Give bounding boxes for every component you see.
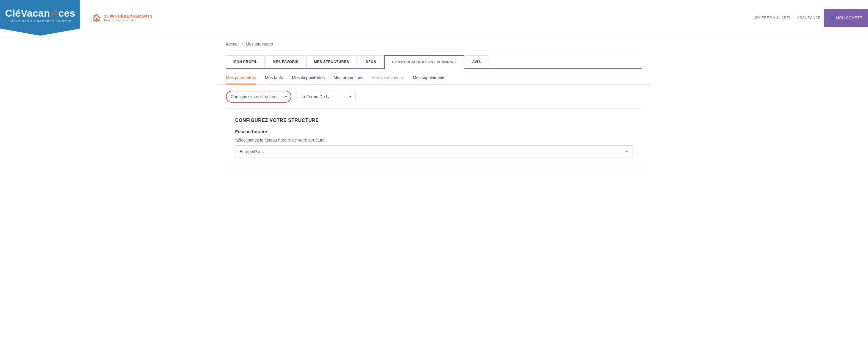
hebergements-text: 15 000 HÉBERGEMENTS Pour toutes les envi… xyxy=(104,14,153,22)
top-bar-right: 🏠 15 000 HÉBERGEMENTS Pour toutes les en… xyxy=(80,0,868,36)
property-select[interactable]: La Ferme De La xyxy=(296,91,355,102)
logo-cle: Clé xyxy=(5,7,21,19)
sub-tabs: Mes paramètres Mes tarifs Mes disponibil… xyxy=(217,69,651,85)
tab-avis[interactable]: AVIS xyxy=(465,55,488,68)
tab-mes-structures[interactable]: MES STRUCTURES xyxy=(307,55,356,68)
subtab-tarifs[interactable]: Mes tarifs xyxy=(265,75,283,85)
logo-ces: ces xyxy=(58,7,75,19)
configure-card: CONFIGUREZ VOTRE STRUCTURE Fuseau horair… xyxy=(226,109,642,167)
tab-mes-favoris[interactable]: MES FAVORIS xyxy=(265,55,306,68)
property-wrapper: La Ferme De La ▼ xyxy=(296,91,355,102)
configure-card-title: CONFIGUREZ VOTRE STRUCTURE xyxy=(235,118,633,123)
subtab-reservations: Mes réservations xyxy=(372,75,404,85)
breadcrumb-home[interactable]: Accueil xyxy=(226,41,239,47)
logo-subtitle: LOCATIONS & CHAMBRES D'HÔTES xyxy=(9,20,71,23)
breadcrumb-separator: › xyxy=(242,41,243,47)
header-divider xyxy=(226,52,642,52)
top-nav: ADHÉRER AU LABEL ASSURANCE xyxy=(753,16,821,20)
subtab-disponibilites[interactable]: Mes disponibilités xyxy=(292,75,325,85)
mon-compte-button[interactable]: 👤 MON COMPTE xyxy=(824,9,868,27)
logo-vacan: Vacan xyxy=(21,7,50,19)
fuseau-title: Fuseau horaire xyxy=(235,129,633,134)
assurance-link[interactable]: ASSURANCE xyxy=(797,16,821,20)
logo: Clé Vacan✓ces LOCATIONS & CHAMBRES D'HÔT… xyxy=(0,0,80,36)
fuseau-label: Sélectionnez le fuseau horaire de votre … xyxy=(235,138,633,143)
structure-config-select[interactable]: Configurer mes structures xyxy=(226,91,291,102)
dropdowns-row: Configurer mes structures ▼ La Ferme De … xyxy=(226,91,642,102)
hebergements-info: 🏠 15 000 HÉBERGEMENTS Pour toutes les en… xyxy=(86,14,753,22)
hebergements-subtitle: Pour toutes les envies xyxy=(104,19,153,22)
breadcrumb-current: Mes structures xyxy=(246,41,273,47)
content-area: Configurer mes structures ▼ La Ferme De … xyxy=(217,85,651,173)
structure-config-wrapper: Configurer mes structures ▼ xyxy=(226,91,291,102)
subtab-parametres[interactable]: Mes paramètres xyxy=(226,75,256,85)
mon-compte-label: MON COMPTE xyxy=(836,16,862,20)
top-bar: Clé Vacan✓ces LOCATIONS & CHAMBRES D'HÔT… xyxy=(0,0,868,36)
user-icon: 👤 xyxy=(830,16,834,20)
tab-commercialisation[interactable]: COMMERCIALISATION / PLANNING xyxy=(384,55,464,69)
timezone-wrapper: Europe/Paris ▼ xyxy=(235,145,633,158)
hebergements-count: 15 000 HÉBERGEMENTS xyxy=(104,14,153,19)
breadcrumb: Accueil › Mes structures xyxy=(217,36,651,52)
adherer-link[interactable]: ADHÉRER AU LABEL xyxy=(753,16,791,20)
page-wrapper: Accueil › Mes structures MON PROFIL MES … xyxy=(217,36,651,173)
subtab-promotions[interactable]: Mes promotions xyxy=(334,75,363,85)
logo-check: ✓ xyxy=(50,7,58,19)
timezone-select[interactable]: Europe/Paris xyxy=(235,145,633,158)
house-icon: 🏠 xyxy=(92,14,101,22)
tab-infos[interactable]: INFOS xyxy=(357,55,383,68)
main-tabs: MON PROFIL MES FAVORIS MES STRUCTURES IN… xyxy=(226,55,642,69)
subtab-supplements[interactable]: Mes suppléments xyxy=(413,75,445,85)
tab-mon-profil[interactable]: MON PROFIL xyxy=(226,55,265,68)
